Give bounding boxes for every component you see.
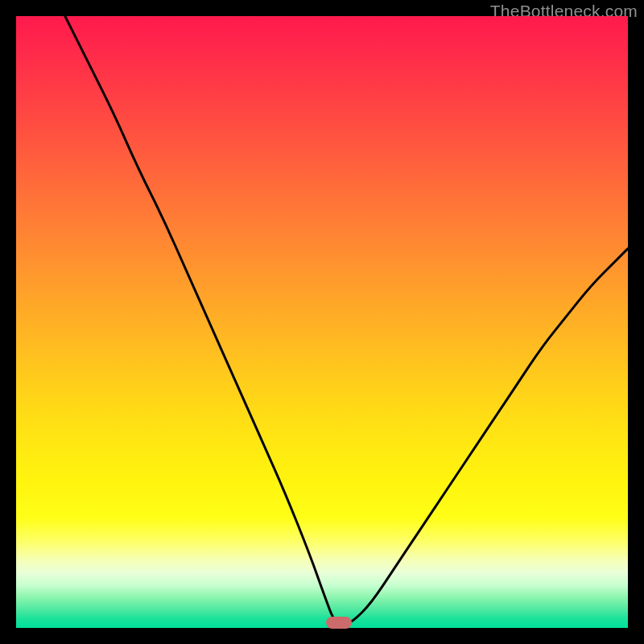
bottleneck-curve <box>16 16 628 628</box>
chart-stage: TheBottleneck.com <box>0 0 644 644</box>
curve-path <box>65 16 628 624</box>
minimum-marker <box>326 617 352 629</box>
plot-area <box>16 16 628 628</box>
